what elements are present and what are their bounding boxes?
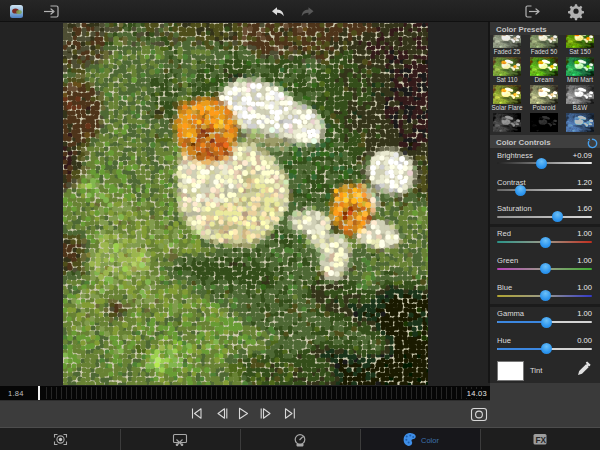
- svg-text:Color: Color: [421, 436, 439, 445]
- svg-text:FX: FX: [536, 436, 547, 445]
